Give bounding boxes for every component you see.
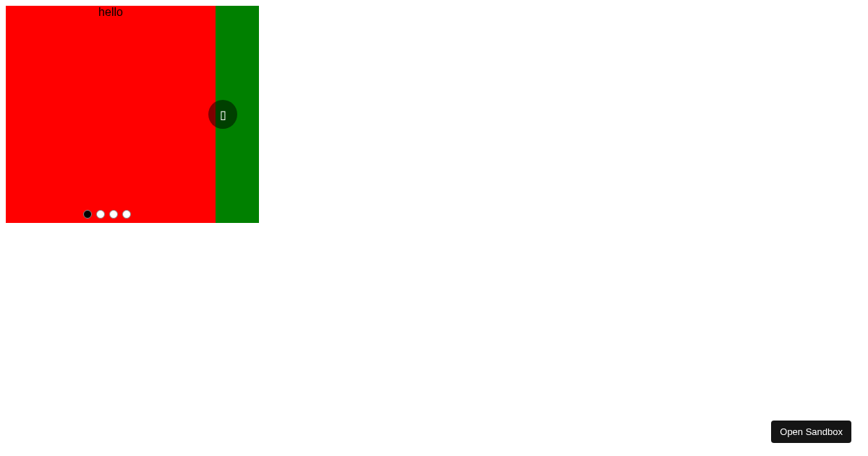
carousel-dot-3[interactable] (109, 210, 118, 219)
slide-1-label: hello (98, 6, 123, 18)
open-sandbox-button[interactable]: Open Sandbox (771, 421, 851, 443)
carousel: hello ▯ (6, 6, 259, 223)
carousel-dot-4[interactable] (122, 210, 131, 219)
carousel-dot-1[interactable] (83, 210, 92, 219)
carousel-dot-2[interactable] (96, 210, 105, 219)
carousel-dots (6, 208, 259, 221)
slide-1: hello (6, 6, 216, 223)
chevron-right-icon: ▯ (220, 108, 226, 122)
carousel-next-button[interactable]: ▯ (208, 100, 237, 129)
